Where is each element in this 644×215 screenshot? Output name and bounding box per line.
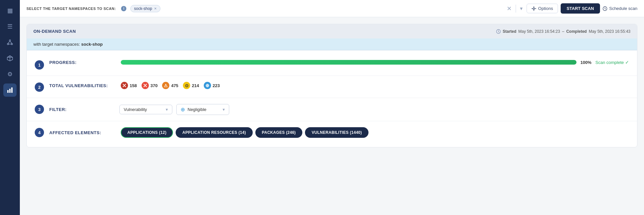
low-count: 214 [192, 83, 199, 88]
info-icon[interactable]: i [121, 6, 126, 11]
progress-bar-fill [121, 60, 577, 65]
vuln-badge-low: ⊙ 214 [183, 82, 199, 89]
cube-icon[interactable] [3, 52, 17, 65]
vulnerabilities-label: TOTAL VULNERABILITIES: [49, 83, 115, 88]
scan-card: ON-DEMAND SCAN Started May 5th, 2023 16:… [26, 24, 637, 147]
filter-2-value: Negligible [188, 107, 206, 112]
step-content-affected: AFFECTED ELEMENTS: APPLICATIONS (12) APP… [49, 127, 629, 138]
filter-2-icon: ⊕ [181, 106, 185, 113]
vuln-badge-high: 370 [142, 82, 158, 89]
svg-rect-8 [7, 90, 9, 93]
started-label: Started [503, 29, 516, 34]
scan-body: 1 PROGRESS: 100% Scan complete ✓ [27, 50, 637, 147]
step-content-vulnerabilities: TOTAL VULNERABILITIES: 158 [49, 82, 629, 89]
check-icon: ✓ [625, 60, 629, 65]
filter-dropdown-2[interactable]: ⊕ Negligible ▾ [176, 104, 229, 115]
clock-icon [496, 29, 501, 34]
namespace-tag-text: sock-shop [134, 6, 152, 11]
network-icon[interactable] [3, 36, 17, 49]
start-scan-button[interactable]: START SCAN [561, 3, 600, 14]
topbar-controls: ✕ ▾ Options START SCAN [505, 3, 637, 14]
chart-icon[interactable] [3, 83, 17, 97]
started-date: May 5th, 2023 16:54:23 [518, 29, 560, 34]
schedule-scan-button[interactable]: Schedule scan [603, 6, 637, 11]
step-badge-1: 1 [35, 60, 44, 70]
dashboard-icon[interactable]: ▦ [3, 4, 17, 17]
medium-icon: ⚠ [162, 82, 169, 89]
clear-button[interactable]: ✕ [505, 5, 513, 12]
options-button[interactable]: Options [527, 4, 558, 13]
dropdown-button[interactable]: ▾ [519, 5, 524, 12]
tab-application-resources[interactable]: APPLICATION RESOURCES (14) [176, 127, 252, 138]
filter-label: FILTER: [49, 107, 115, 112]
completed-label: Completed [566, 29, 587, 34]
step-affected: 4 AFFECTED ELEMENTS: APPLICATIONS (12) A… [27, 121, 637, 144]
namespace-tag[interactable]: sock-shop × [130, 5, 160, 12]
svg-point-11 [533, 8, 535, 9]
scan-complete-text: Scan complete ✓ [595, 60, 629, 65]
negligible-icon: ⊕ [204, 82, 211, 89]
step-content-filter: FILTER: Vulnerability ▾ ⊕ Negligible ▾ [49, 104, 629, 115]
critical-count: 158 [130, 83, 137, 88]
step-content-progress: PROGRESS: 100% Scan complete ✓ [49, 60, 629, 65]
scan-complete-label: Scan complete [595, 60, 624, 65]
progress-bar-track [121, 60, 577, 65]
namespace-bar-value: sock-shop [81, 42, 103, 47]
svg-line-3 [8, 41, 10, 43]
options-icon [532, 6, 536, 11]
tab-packages[interactable]: PACKAGES (246) [255, 127, 303, 138]
completed-date: May 5th, 2023 16:55:43 [589, 29, 630, 34]
affected-tabs: APPLICATIONS (12) APPLICATION RESOURCES … [121, 127, 368, 138]
step-badge-2: 2 [35, 82, 44, 92]
step-filter: 3 FILTER: Vulnerability ▾ ⊕ Negligible ▾ [27, 98, 637, 121]
critical-icon [121, 82, 128, 89]
tab-vulnerabilities[interactable]: VULNERABILITIES (1440) [305, 127, 368, 138]
close-icon[interactable]: × [154, 6, 157, 11]
filter-dropdown-1[interactable]: Vulnerability ▾ [119, 105, 172, 114]
schedule-scan-label: Schedule scan [609, 6, 637, 11]
progress-percentage: 100% [580, 60, 591, 65]
gear-icon[interactable]: ⚙ [3, 68, 17, 81]
options-label: Options [538, 6, 553, 11]
svg-rect-10 [11, 87, 13, 93]
negligible-count: 223 [213, 83, 220, 88]
namespace-bar-label: with target namespaces: [33, 42, 80, 47]
progress-label: PROGRESS: [49, 60, 115, 65]
sidebar: ▦ ☰ ⚙ [0, 0, 20, 215]
step-badge-4: 4 [35, 128, 44, 137]
high-count: 370 [150, 83, 158, 88]
chevron-down-icon-2: ▾ [223, 107, 225, 112]
svg-line-21 [498, 31, 499, 32]
medium-count: 475 [171, 83, 178, 88]
svg-rect-9 [9, 89, 11, 93]
chevron-down-icon: ▾ [166, 107, 168, 112]
affected-label: AFFECTED ELEMENTS: [49, 130, 115, 135]
tab-applications[interactable]: APPLICATIONS (12) [121, 127, 173, 138]
main-content: SELECT THE TARGET NAMESPACES TO SCAN: i … [20, 0, 644, 215]
step-vulnerabilities: 2 TOTAL VULNERABILITIES: 158 [27, 76, 637, 98]
svg-line-18 [605, 9, 606, 9]
content-area: ON-DEMAND SCAN Started May 5th, 2023 16:… [20, 17, 644, 215]
vuln-badges: 158 370 ⚠ [121, 82, 220, 89]
step-progress: 1 PROGRESS: 100% Scan complete ✓ [27, 54, 637, 76]
scan-target-label: SELECT THE TARGET NAMESPACES TO SCAN: [26, 7, 116, 11]
vuln-badge-critical: 158 [121, 82, 137, 89]
scan-header: ON-DEMAND SCAN Started May 5th, 2023 16:… [27, 24, 637, 38]
namespace-bar: with target namespaces: sock-shop [27, 38, 637, 50]
clock-icon [603, 6, 607, 11]
divider [516, 5, 516, 13]
scan-time: Started May 5th, 2023 16:54:23 – Complet… [496, 29, 630, 34]
svg-line-4 [10, 41, 12, 43]
high-icon [142, 82, 149, 89]
filter-1-value: Vulnerability [124, 107, 147, 112]
low-icon: ⊙ [183, 82, 190, 89]
list-icon[interactable]: ☰ [3, 20, 17, 33]
topbar: SELECT THE TARGET NAMESPACES TO SCAN: i … [20, 0, 644, 17]
vuln-badge-medium: ⚠ 475 [162, 82, 178, 89]
progress-container: 100% Scan complete ✓ [121, 60, 629, 65]
step-badge-3: 3 [35, 105, 44, 114]
svg-point-0 [9, 40, 11, 41]
vuln-badge-negligible: ⊕ 223 [204, 82, 220, 89]
scan-title: ON-DEMAND SCAN [33, 29, 76, 34]
